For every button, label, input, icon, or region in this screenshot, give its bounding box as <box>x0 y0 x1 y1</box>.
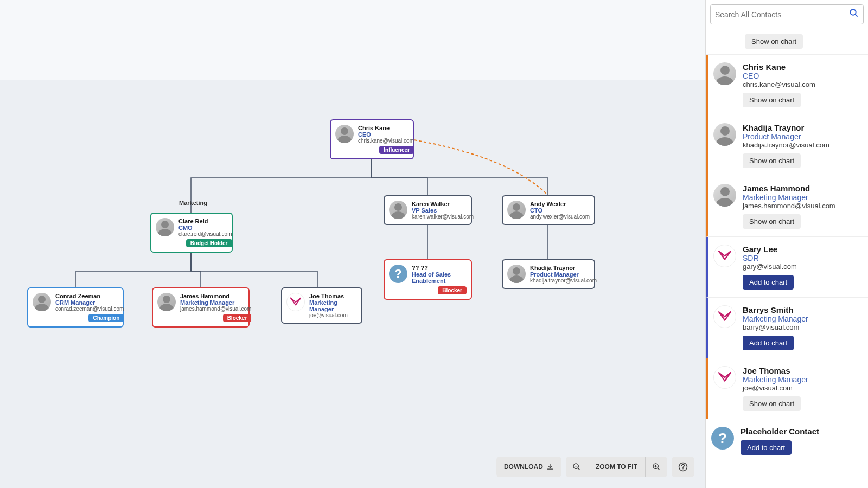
contact-title: Product Manager <box>743 132 860 141</box>
add-to-chart-button[interactable]: Add to chart <box>743 336 794 350</box>
help-button[interactable] <box>672 457 694 477</box>
logo-icon <box>713 366 736 389</box>
badge-blocker: Blocker <box>438 286 467 294</box>
placeholder-avatar: ? <box>389 265 407 283</box>
avatar <box>157 293 176 311</box>
contact-email: chris.kane@visual.com <box>743 80 860 88</box>
node-title: CEO <box>358 131 414 138</box>
node-joe[interactable]: Joe Thomas Marketing Manager joe@visual.… <box>281 287 362 324</box>
node-email: conrad.zeeman@visual.com <box>55 306 124 312</box>
contact-title: SDR <box>743 254 860 262</box>
node-title: Head of Sales Enablement <box>412 271 467 284</box>
contact-title: CEO <box>743 72 860 80</box>
zoom-out-icon <box>572 463 581 471</box>
zoom-in-button[interactable] <box>646 457 667 477</box>
logo-icon <box>713 245 736 267</box>
node-james[interactable]: James Hammond Marketing Manager james.ha… <box>152 287 250 328</box>
contact-name: Joe Thomas <box>743 366 860 375</box>
badge-blocker: Blocker <box>223 314 252 322</box>
node-name: ?? ?? <box>412 265 467 271</box>
contact-title: Marketing Manager <box>743 193 860 202</box>
avatar <box>156 218 174 236</box>
zoom-fit-label: ZOOM TO FIT <box>596 463 637 471</box>
node-title: Marketing Manager <box>180 299 251 306</box>
node-title: VP Sales <box>412 207 474 214</box>
node-clare[interactable]: Clare Reid CMO clare.reid@visual.com Bud… <box>150 213 233 253</box>
zoom-out-button[interactable] <box>566 457 588 477</box>
contact-email: gary@visual.com <box>743 262 860 271</box>
node-name: Andy Wexler <box>530 201 590 207</box>
node-name: Joe Thomas <box>309 293 357 299</box>
zoom-in-icon <box>652 463 661 471</box>
contact-title: Marketing Manager <box>743 375 860 384</box>
node-title: Product Manager <box>530 271 597 278</box>
add-to-chart-button[interactable]: Add to chart <box>741 440 792 455</box>
contact-item[interactable]: Barrys SmithMarketing Managerbarry@visua… <box>706 298 868 358</box>
node-khadija[interactable]: Khadija Traynor Product Manager khadija.… <box>502 259 595 289</box>
node-email: karen.walker@visual.com <box>412 214 474 220</box>
node-name: Chris Kane <box>358 125 414 131</box>
search-box[interactable] <box>710 4 864 24</box>
contact-item[interactable]: Chris KaneCEOchris.kane@visual.comShow o… <box>706 55 868 115</box>
org-chart-canvas[interactable]: Chris Kane CEO chris.kane@visual.com Inf… <box>0 0 705 488</box>
logo-icon <box>713 305 736 328</box>
avatar <box>713 123 736 146</box>
contact-name: Khadija Traynor <box>743 123 860 132</box>
avatar <box>389 201 407 219</box>
node-name: Conrad Zeeman <box>55 293 124 299</box>
node-email: joe@visual.com <box>309 312 357 318</box>
contact-email: khadija.traynor@visual.com <box>743 141 860 149</box>
logo-icon <box>286 293 305 311</box>
contact-name: Placeholder Contact <box>741 427 860 436</box>
contact-item[interactable]: James HammondMarketing Managerjames.hamm… <box>706 176 868 237</box>
node-conrad[interactable]: Conrad Zeeman CRM Manager conrad.zeeman@… <box>27 287 124 328</box>
contact-email: james.hammond@visual.com <box>743 202 860 210</box>
node-email: khadija.traynor@visual.com <box>530 278 597 284</box>
contact-name: Barrys Smith <box>743 305 860 314</box>
contact-item[interactable]: Gary LeeSDRgary@visual.comAdd to chart <box>706 237 868 298</box>
show-on-chart-button[interactable]: Show on chart <box>745 34 803 49</box>
avatar <box>713 184 736 207</box>
node-title: CRM Manager <box>55 299 124 306</box>
contact-item[interactable]: ?Placeholder ContactAdd to chart <box>706 419 868 463</box>
connector-lines <box>0 0 705 488</box>
node-name: Clare Reid <box>178 218 232 224</box>
node-name: James Hammond <box>180 293 251 299</box>
download-icon <box>546 463 554 471</box>
dept-label-marketing: Marketing <box>179 200 207 206</box>
avatar <box>33 293 51 311</box>
search-input[interactable] <box>715 10 849 19</box>
node-title: CMO <box>178 224 232 231</box>
contact-item[interactable]: Joe ThomasMarketing Managerjoe@visual.co… <box>706 358 868 419</box>
show-on-chart-button[interactable]: Show on chart <box>743 93 801 107</box>
avatar <box>713 62 736 85</box>
badge-budget-holder: Budget Holder <box>186 239 232 247</box>
contact-name: James Hammond <box>743 184 860 193</box>
add-to-chart-button[interactable]: Add to chart <box>743 275 794 290</box>
contacts-sidebar: Show on chart Chris KaneCEOchris.kane@vi… <box>705 0 868 488</box>
contact-title: Marketing Manager <box>743 314 860 323</box>
download-button[interactable]: DOWNLOAD <box>496 457 561 477</box>
node-title: Marketing Manager <box>309 299 357 312</box>
contact-item[interactable]: Khadija TraynorProduct Managerkhadija.tr… <box>706 115 868 176</box>
node-email: chris.kane@visual.com <box>358 138 414 144</box>
avatar <box>335 125 354 143</box>
node-email: james.hammond@visual.com <box>180 306 251 312</box>
node-andy[interactable]: Andy Wexler CTO andy.wexler@visual.com <box>502 195 595 225</box>
node-email: clare.reid@visual.com <box>178 231 232 237</box>
contact-email: joe@visual.com <box>743 384 860 392</box>
node-unknown[interactable]: ? ?? ?? Head of Sales Enablement Blocker <box>384 259 472 300</box>
show-on-chart-button[interactable]: Show on chart <box>743 396 801 411</box>
placeholder-avatar: ? <box>711 427 734 450</box>
badge-influencer: Influencer <box>379 146 414 154</box>
show-on-chart-button[interactable]: Show on chart <box>743 153 801 168</box>
node-chris[interactable]: Chris Kane CEO chris.kane@visual.com Inf… <box>330 119 414 159</box>
avatar <box>507 201 526 219</box>
show-on-chart-button[interactable]: Show on chart <box>743 214 801 229</box>
node-title: CTO <box>530 207 590 214</box>
node-karen[interactable]: Karen Walker VP Sales karen.walker@visua… <box>384 195 472 225</box>
contact-name: Chris Kane <box>743 62 860 72</box>
download-label: DOWNLOAD <box>504 463 543 471</box>
zoom-fit-button[interactable]: ZOOM TO FIT <box>588 457 645 477</box>
search-icon[interactable] <box>849 8 859 21</box>
